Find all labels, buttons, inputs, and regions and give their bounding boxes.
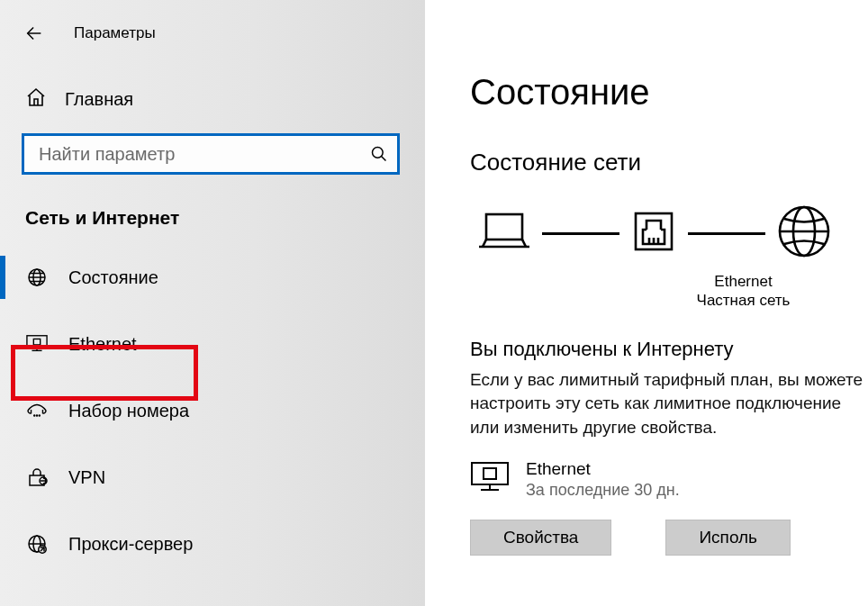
router-icon: [630, 208, 677, 258]
search-icon[interactable]: [370, 145, 388, 163]
svg-point-12: [34, 415, 35, 416]
connection-sub: За последние 30 дн.: [526, 481, 680, 500]
proxy-icon: [25, 533, 49, 555]
button-row: Свойства Исполь: [470, 520, 868, 556]
diagram-adapter-name: Ethernet: [619, 272, 868, 291]
nav-list: Состояние Ethernet: [0, 250, 425, 571]
svg-point-13: [36, 415, 37, 416]
sidebar: Параметры Главная: [0, 0, 425, 606]
svg-point-14: [39, 415, 40, 416]
search-box[interactable]: [22, 133, 400, 175]
sidebar-item-ethernet[interactable]: Ethernet: [0, 317, 425, 371]
home-label: Главная: [65, 89, 133, 110]
properties-button[interactable]: Свойства: [470, 520, 611, 556]
connector-line: [542, 232, 619, 235]
settings-window: Параметры Главная: [0, 0, 868, 606]
vpn-icon: [25, 467, 49, 487]
globe-large-icon: [776, 204, 832, 263]
main-panel: Состояние Состояние сети: [425, 0, 868, 606]
svg-point-1: [373, 148, 384, 158]
sidebar-item-status[interactable]: Состояние: [0, 250, 425, 304]
sidebar-item-label: VPN: [68, 467, 105, 488]
svg-rect-9: [33, 339, 40, 344]
connected-heading: Вы подключены к Интернету: [470, 338, 868, 361]
sidebar-item-label: Ethernet: [68, 334, 137, 355]
titlebar: Параметры: [0, 0, 425, 54]
diagram-network-type: Частная сеть: [619, 291, 868, 310]
connection-row: Ethernet За последние 30 дн.: [470, 459, 868, 500]
home-icon: [25, 86, 47, 112]
window-title: Параметры: [74, 24, 156, 42]
back-button[interactable]: [22, 21, 47, 46]
diagram-label: Ethernet Частная сеть: [619, 272, 868, 311]
svg-rect-8: [27, 336, 47, 348]
sidebar-item-label: Набор номера: [68, 401, 189, 421]
sidebar-item-label: Прокси-сервер: [68, 534, 193, 555]
connection-name: Ethernet: [526, 459, 680, 479]
usage-button[interactable]: Исполь: [665, 520, 791, 556]
sidebar-item-home[interactable]: Главная: [25, 86, 425, 112]
svg-rect-35: [484, 468, 496, 479]
ethernet-icon: [25, 334, 49, 354]
sidebar-item-dialup[interactable]: Набор номера: [0, 384, 425, 438]
svg-line-2: [382, 157, 386, 161]
connector-line: [688, 232, 765, 235]
network-diagram: [477, 204, 868, 263]
sidebar-item-proxy[interactable]: Прокси-сервер: [0, 517, 425, 571]
dialup-icon: [25, 402, 49, 420]
search-container: [22, 133, 400, 175]
sidebar-item-label: Состояние: [68, 267, 158, 288]
sub-title: Состояние сети: [470, 149, 868, 176]
search-input[interactable]: [37, 143, 370, 166]
connected-text: Если у вас лимитный тарифный план, вы мо…: [470, 368, 866, 440]
globe-icon: [25, 267, 49, 288]
svg-rect-34: [472, 463, 508, 484]
sidebar-item-vpn[interactable]: VPN: [0, 450, 425, 504]
page-title: Состояние: [470, 72, 868, 113]
ethernet-large-icon: [470, 461, 510, 499]
svg-rect-23: [486, 214, 522, 240]
laptop-icon: [477, 211, 531, 256]
section-label: Сеть и Интернет: [25, 207, 425, 229]
